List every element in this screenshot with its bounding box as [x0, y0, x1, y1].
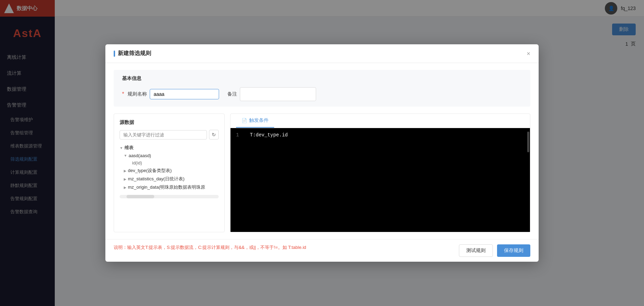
tree-item-aasd[interactable]: ▼ aasd(aasd)	[120, 152, 219, 159]
tab-icon-trigger: 📄	[242, 118, 247, 123]
editor-scrollbar[interactable]	[527, 132, 529, 152]
footer-hint: 说明：输入英文T:提示表，S:提示数据流，C:提示计算规则，与&&，或||，不等…	[114, 244, 459, 251]
tree-expand-icon-mz-origin: ▶	[124, 186, 127, 189]
rule-name-input[interactable]	[150, 89, 219, 99]
save-rule-button[interactable]: 保存规则	[497, 244, 530, 257]
code-line-1: 1 T:dev_type.id	[236, 132, 524, 138]
tree-category-label: 维表	[124, 145, 133, 151]
line-number-1: 1	[236, 132, 243, 138]
tabs-bar: 📄 触发条件	[230, 114, 530, 128]
tree-child-id[interactable]: id(id)	[120, 159, 219, 166]
modal-close-button[interactable]: ×	[526, 51, 530, 57]
refresh-button[interactable]: ↻	[209, 130, 219, 140]
required-mark: *	[122, 91, 124, 97]
basic-info-form-row: * 规则名称 备注	[122, 87, 522, 101]
source-scrollbar[interactable]	[120, 195, 219, 198]
tab-label-trigger: 触发条件	[249, 117, 269, 124]
test-rule-button[interactable]: 测试规则	[459, 244, 493, 257]
tab-trigger-condition[interactable]: 📄 触发条件	[236, 114, 274, 128]
code-content-1: T:dev_type.id	[250, 132, 288, 138]
tree-label-aasd: aasd(aasd)	[129, 153, 151, 158]
tree-category-dim: ▼ 维表	[120, 144, 219, 152]
note-item: 备注	[227, 87, 316, 101]
tree-item-dev-type[interactable]: ▶ dev_type(设备类型表)	[120, 166, 219, 175]
rule-name-item: * 规则名称	[122, 89, 219, 99]
note-label: 备注	[227, 91, 237, 97]
code-editor[interactable]: 1 T:dev_type.id	[230, 128, 530, 232]
basic-info-section: 基本信息 * 规则名称 备注	[114, 70, 530, 107]
tree-expand-icon-dev-type: ▶	[124, 169, 127, 173]
modal-footer: 说明：输入英文T:提示表，S:提示数据流，C:提示计算规则，与&&，或||，不等…	[105, 239, 539, 262]
source-scrollbar-thumb	[127, 195, 154, 198]
basic-info-title: 基本信息	[122, 75, 522, 82]
source-panel: 源数据 ↻ ▼ 维表 ▼ aasd(aasd) id(id)	[114, 114, 225, 232]
footer-actions: 测试规则 保存规则	[459, 244, 530, 257]
tree-item-mz-stats[interactable]: ▶ mz_statistics_day(日统计表)	[120, 175, 219, 183]
tree-category-icon: ▼	[120, 146, 123, 150]
note-textarea[interactable]	[240, 87, 316, 101]
tree-expand-icon-mz-stats: ▶	[124, 177, 127, 181]
rule-name-label: 规则名称	[128, 91, 147, 97]
right-panel: 📄 触发条件 1 T:dev_type.id	[230, 114, 530, 232]
modal-header: 新建筛选规则 ×	[105, 44, 539, 63]
tree-label-dev-type: dev_type(设备类型表)	[128, 168, 172, 174]
tree-label-mz-origin: mz_origin_data(明珠原始数据表明珠原	[128, 184, 205, 190]
source-tree: ▼ 维表 ▼ aasd(aasd) id(id) ▶ dev_type(设备类型…	[120, 144, 219, 191]
source-search-bar: ↻	[120, 130, 219, 140]
new-filter-rule-modal: 新建筛选规则 × 基本信息 * 规则名称 备注 源数据	[105, 44, 539, 262]
two-col-layout: 源数据 ↻ ▼ 维表 ▼ aasd(aasd) id(id)	[114, 114, 530, 232]
source-panel-title: 源数据	[120, 119, 219, 126]
modal-title: 新建筛选规则	[114, 50, 151, 57]
tree-item-mz-origin[interactable]: ▶ mz_origin_data(明珠原始数据表明珠原	[120, 183, 219, 191]
source-search-input[interactable]	[120, 130, 207, 140]
tree-label-mz-stats: mz_statistics_day(日统计表)	[128, 176, 184, 182]
code-text: T:dev_type.id	[250, 132, 288, 138]
modal-body: 基本信息 * 规则名称 备注 源数据 ↻	[105, 63, 539, 239]
tree-expand-icon-aasd: ▼	[124, 154, 127, 158]
